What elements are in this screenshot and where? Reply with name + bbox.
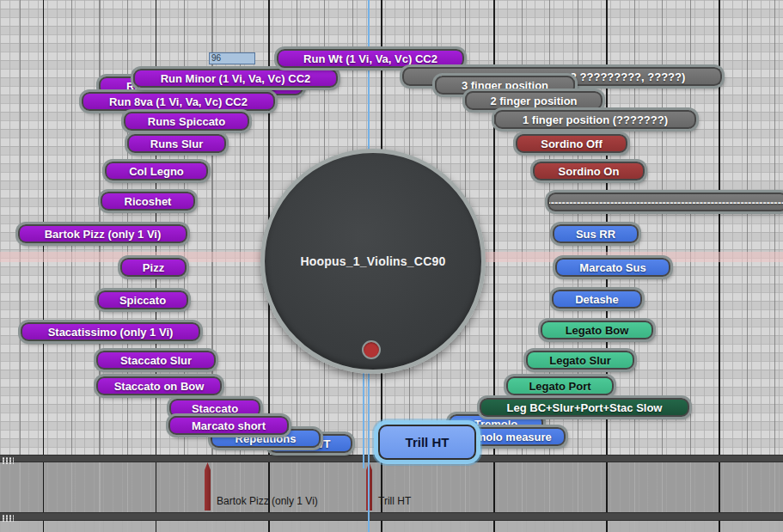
leg-bc-slur-port-stac-slow-button[interactable]: Leg BC+Slur+Port+Stac Slow (480, 398, 689, 417)
trill-ht-label: Trill HT (401, 435, 455, 449)
playhead-secondary-line (363, 361, 364, 468)
trill-ht-button[interactable]: Trill HT (378, 425, 476, 460)
runs-slur-button[interactable]: Runs Slur (127, 134, 226, 153)
instrument-knob-label: Hoopus_1_Violins_CC90 (301, 254, 446, 268)
run-minor-button[interactable]: Run Minor (1 Vi, Va, Vc) CC2 (133, 69, 338, 88)
marcato-sus-label: Marcato Sus (574, 261, 651, 274)
value-field[interactable]: 96 (209, 52, 255, 64)
marker-lane: Bartok Pizz (only 1 Vi)Trill HT (0, 462, 783, 512)
ricoshet-button[interactable]: Ricoshet (101, 192, 195, 211)
run-8va-button[interactable]: Run 8va (1 Vi, Va, Vc) CC2 (82, 92, 275, 111)
detashe-label: Detashe (570, 293, 624, 306)
staccato-slur-label: Staccato Slur (115, 354, 197, 367)
run-wt-button[interactable]: Run Wt (1 Vi, Va, Vc) CC2 (277, 49, 464, 68)
lane-divider-bottom[interactable] (0, 512, 783, 521)
run-wt-label: Run Wt (1 Vi, Va, Vc) CC2 (298, 52, 443, 65)
spiccato-label: Spiccato (114, 294, 171, 307)
pizz-label: Pizz (138, 261, 169, 274)
keyswitch-panel: Hoopus_1_Violins_CC90 96 Run Major (1 Vi… (0, 0, 783, 532)
staccato-on-bow-button[interactable]: Staccato on Bow (96, 376, 222, 395)
runs-spiccato-button[interactable]: Runs Spiccato (124, 112, 249, 131)
pizz-button[interactable]: Pizz (120, 258, 187, 277)
spiccato-button[interactable]: Spiccato (97, 290, 188, 309)
dashes-button[interactable]: ----------------------------------------… (547, 193, 783, 211)
marcato-short-button[interactable]: Marcato short (168, 416, 289, 435)
leg-bc-slur-port-stac-slow-label: Leg BC+Slur+Port+Stac Slow (502, 401, 668, 414)
col-legno-label: Col Legno (124, 165, 189, 178)
marcato-short-label: Marcato short (187, 419, 271, 432)
run-minor-label: Run Minor (1 Vi, Va, Vc) CC2 (156, 72, 316, 85)
finger-position-1-button[interactable]: 1 finger position (???????) (494, 110, 696, 129)
runs-spiccato-label: Runs Spiccato (143, 115, 230, 128)
sordino-off-button[interactable]: Sordino Off (516, 134, 627, 153)
sus-rr-button[interactable]: Sus RR (553, 224, 639, 243)
legato-slur-label: Legato Slur (544, 354, 616, 367)
detashe-button[interactable]: Detashe (552, 290, 642, 309)
marker-bartok-pizz-label: Bartok Pizz (only 1 Vi) (217, 495, 318, 507)
legato-slur-button[interactable]: Legato Slur (526, 351, 634, 370)
sordino-on-label: Sordino On (554, 165, 625, 178)
stacatissimo-button[interactable]: Stacatissimo (only 1 Vi) (21, 322, 200, 341)
legato-bow-label: Legato Bow (560, 324, 634, 337)
marker-trill-ht-label: Trill HT (378, 495, 411, 507)
legato-port-button[interactable]: Legato Port (506, 376, 614, 395)
stacatissimo-label: Stacatissimo (only 1 Vi) (43, 326, 179, 339)
staccato-on-bow-label: Staccato on Bow (109, 380, 210, 393)
sus-rr-label: Sus RR (571, 228, 621, 241)
dashes-label: ----------------------------------------… (547, 196, 783, 209)
legato-bow-button[interactable]: Legato Bow (541, 321, 653, 339)
col-legno-button[interactable]: Col Legno (105, 162, 208, 180)
finger-position-3-label: 3 finger position (456, 79, 554, 92)
finger-position-1-label: 1 finger position (???????) (517, 113, 673, 126)
sordino-on-button[interactable]: Sordino On (533, 162, 645, 180)
run-8va-label: Run 8va (1 Vi, Va, Vc) CC2 (104, 95, 253, 108)
finger-position-2-button[interactable]: 2 finger position (465, 91, 603, 110)
marker-bartok-pizz-flag[interactable] (205, 462, 211, 511)
drag-grip-icon[interactable] (2, 515, 14, 522)
staccato-button[interactable]: Staccato (169, 399, 260, 418)
finger-position-2-label: 2 finger position (485, 95, 582, 107)
ricoshet-label: Ricoshet (119, 195, 177, 208)
marcato-sus-button[interactable]: Marcato Sus (555, 258, 670, 277)
runs-slur-label: Runs Slur (145, 138, 208, 150)
bottom-lane (0, 521, 783, 532)
staccato-slur-button[interactable]: Staccato Slur (96, 351, 216, 370)
legato-port-label: Legato Port (523, 380, 596, 393)
sordino-off-label: Sordino Off (535, 138, 608, 150)
drag-grip-icon[interactable] (2, 457, 14, 464)
staccato-label: Staccato (187, 402, 243, 415)
bartok-pizz-button[interactable]: Bartok Pizz (only 1 Vi) (18, 224, 187, 243)
bartok-pizz-label: Bartok Pizz (only 1 Vi) (40, 228, 167, 241)
knob-position-indicator (362, 340, 381, 359)
